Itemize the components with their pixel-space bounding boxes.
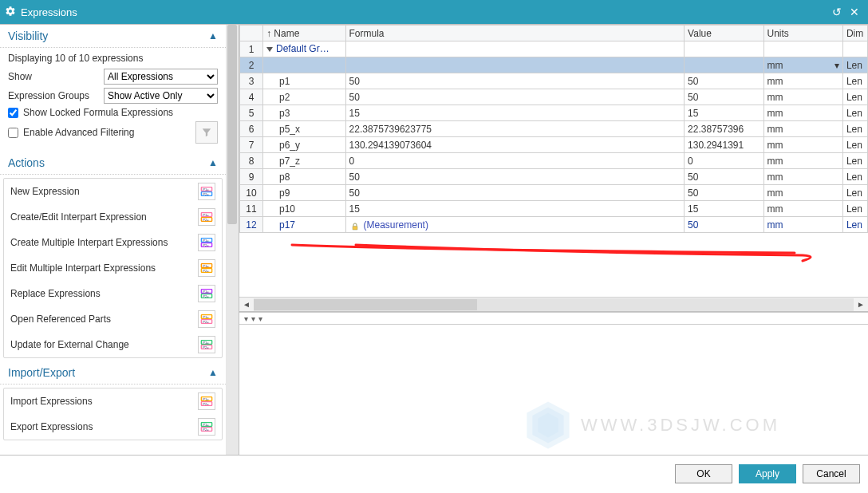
groups-select[interactable]: Show Active Only [104,88,218,104]
svg-text:P1=: P1= [203,341,209,345]
window-title: Expressions [21,6,77,18]
col-value[interactable]: Value [685,26,763,41]
ok-button[interactable]: OK [675,464,732,483]
svg-text:P1=: P1= [203,213,209,217]
undo-icon[interactable]: ↺ [828,6,846,18]
grid-h-scrollbar[interactable]: ◄► [239,297,868,311]
svg-text:P1=: P1= [203,290,209,294]
gear-icon [5,6,16,19]
col-dim[interactable]: Dim [842,26,867,41]
expression-row[interactable]: 10p95050mmLen [240,185,868,201]
section-import-export-header[interactable]: Import/Export ▲ [0,361,226,385]
group-row[interactable]: 1 Default Gr… [240,41,868,57]
action-create-multiple-interpart-expressions[interactable]: Create Multiple Interpart ExpressionsP1=… [4,230,222,255]
expand-icon[interactable] [266,47,273,52]
ie-export-expressions[interactable]: Export ExpressionsP1=P2= [4,414,222,440]
action-new-expression[interactable]: New ExpressionP1=P2= [4,179,222,204]
svg-text:P1=: P1= [203,315,209,319]
svg-rect-36 [353,227,357,231]
col-rownum [240,26,263,41]
dropdown-icon[interactable]: ▾ [834,60,839,71]
expression-row[interactable]: 12p17(Measurement)50mmLen [240,217,868,233]
action-icon[interactable]: P1=P2= [198,392,215,410]
action-replace-expressions[interactable]: Replace ExpressionsP1=P2= [4,281,222,306]
col-units[interactable]: Units [763,26,842,41]
col-formula[interactable]: Formula [345,26,685,41]
svg-text:P2=: P2= [203,402,209,406]
apply-button[interactable]: Apply [739,464,796,483]
svg-marker-37 [527,402,569,449]
groups-label: Expression Groups [8,90,104,101]
titlebar: Expressions ↺ ✕ [0,0,868,24]
watermark: WWW.3DSJW.COM [520,397,780,453]
cancel-button[interactable]: Cancel [803,464,860,483]
action-icon[interactable]: P1=P2= [198,234,215,251]
svg-text:P1=: P1= [203,397,209,401]
left-panel: Visibility ▲ Displaying 10 of 10 express… [0,25,239,455]
expression-row[interactable]: 9p85050mmLen [240,169,868,185]
action-create-edit-interpart-expression[interactable]: Create/Edit Interpart ExpressionP1=P2= [4,204,222,230]
right-panel: ↑ Name Formula Value Units Dim 1 Default… [239,25,868,455]
section-actions-header[interactable]: Actions ▲ [0,152,226,175]
advanced-filter-label: Enable Advanced Filtering [23,127,134,138]
action-icon[interactable]: P1=P2= [198,310,215,328]
chevron-up-icon: ▲ [208,30,218,41]
filter-button[interactable] [195,121,218,144]
svg-text:P2=: P2= [203,294,209,298]
svg-text:P2=: P2= [203,320,209,324]
action-icon[interactable]: P1=P2= [198,259,215,277]
show-locked-label: Show Locked Formula Expressions [23,107,173,118]
action-icon[interactable]: P1=P2= [198,285,215,302]
action-icon[interactable]: P1=P2= [198,336,215,353]
svg-text:P1=: P1= [203,264,209,268]
chevron-bar[interactable]: ▾▾▾ [239,312,868,325]
svg-marker-38 [532,408,563,444]
new-row[interactable]: 2 mm▾ Len [240,57,868,73]
expression-row[interactable]: 3p15050mmLen [240,73,868,89]
expression-row[interactable]: 8p7_z00mmLen [240,153,868,169]
show-locked-checkbox[interactable] [8,108,18,118]
svg-marker-39 [538,413,558,438]
action-update-for-external-change[interactable]: Update for External ChangeP1=P2= [4,332,222,357]
dialog-footer: OK Apply Cancel [0,455,868,491]
action-icon[interactable]: P1=P2= [198,183,215,200]
expression-row[interactable]: 4p25050mmLen [240,89,868,105]
left-scrollbar[interactable] [226,25,239,455]
col-name[interactable]: ↑ Name [262,26,345,41]
svg-text:P1=: P1= [203,187,209,191]
expression-row[interactable]: 6p5_x22.387573962377522.38757396mmLen [240,121,868,137]
show-select[interactable]: All Expressions [104,69,218,85]
section-import-export-title: Import/Export [8,366,75,379]
svg-text:P2=: P2= [203,345,209,349]
close-icon[interactable]: ✕ [846,6,863,18]
expression-row[interactable]: 11p101515mmLen [240,201,868,217]
section-visibility-title: Visibility [8,30,48,42]
action-icon[interactable]: P1=P2= [198,418,215,436]
action-icon[interactable]: P1=P2= [198,208,215,226]
section-visibility-header[interactable]: Visibility ▲ [0,25,226,48]
svg-text:P2=: P2= [203,192,209,196]
expression-grid[interactable]: ↑ Name Formula Value Units Dim 1 Default… [239,25,868,233]
svg-text:P2=: P2= [203,243,209,247]
svg-text:P1=: P1= [203,239,209,243]
show-label: Show [8,71,104,82]
svg-text:P2=: P2= [203,218,209,222]
section-actions-title: Actions [8,156,45,169]
visibility-summary: Displaying 10 of 10 expressions [8,53,218,64]
bottom-panel: WWW.3DSJW.COM [239,325,868,455]
advanced-filter-checkbox[interactable] [8,128,18,138]
action-edit-multiple-interpart-expressions[interactable]: Edit Multiple Interpart ExpressionsP1=P2… [4,255,222,281]
ie-import-expressions[interactable]: Import ExpressionsP1=P2= [4,388,222,414]
action-open-referenced-parts[interactable]: Open Referenced PartsP1=P2= [4,306,222,332]
expression-row[interactable]: 5p31515mmLen [240,105,868,121]
expression-row[interactable]: 7p6_y130.294139073604130.2941391mmLen [240,137,868,153]
svg-text:P2=: P2= [203,428,209,432]
chevron-up-icon: ▲ [208,157,218,168]
svg-text:P1=: P1= [203,423,209,427]
chevron-up-icon: ▲ [208,367,218,378]
svg-text:P2=: P2= [203,269,209,273]
lock-icon [349,220,361,230]
